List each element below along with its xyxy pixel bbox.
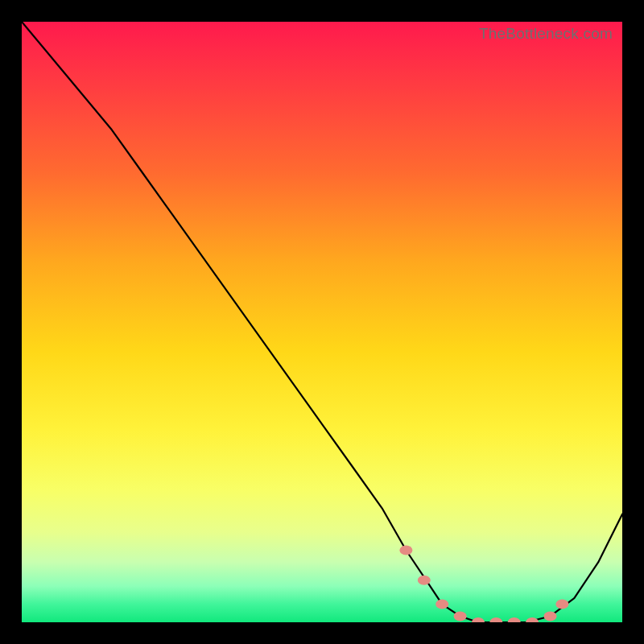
highlight-dot (526, 617, 539, 622)
highlight-dots (399, 546, 568, 623)
chart-plot-area: TheBottleneck.com (22, 22, 622, 622)
highlight-dot (418, 576, 431, 585)
highlight-dot (454, 612, 467, 621)
highlight-dot (555, 600, 568, 609)
highlight-dot (489, 617, 502, 622)
chart-svg (22, 22, 622, 622)
highlight-dot (508, 617, 521, 622)
highlight-dot (472, 617, 485, 622)
highlight-dot (544, 612, 557, 621)
highlight-dot (399, 546, 412, 555)
highlight-dot (436, 600, 448, 609)
chart-frame: TheBottleneck.com (0, 0, 644, 644)
bottleneck-curve-line (22, 22, 622, 622)
